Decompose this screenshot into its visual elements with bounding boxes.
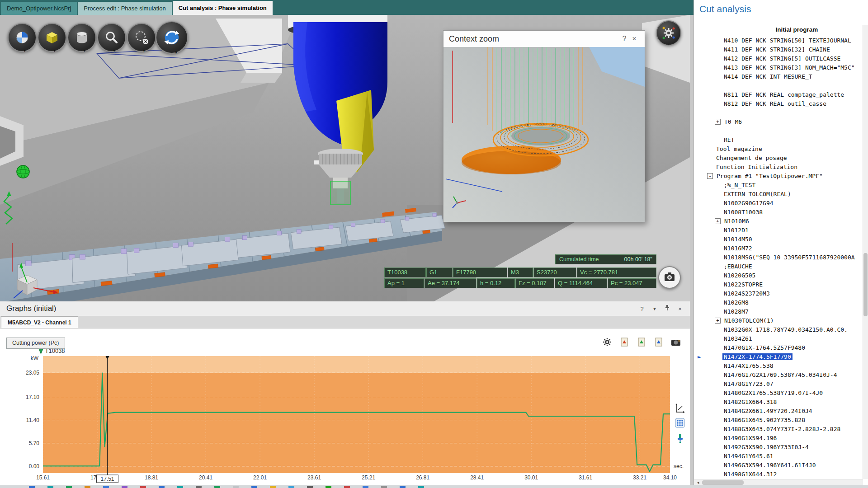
taskbar-icon-22[interactable] [418, 486, 424, 488]
program-line[interactable]: N1026M8 [694, 298, 863, 307]
program-line[interactable]: ;%_N_TEST [694, 181, 863, 190]
program-line[interactable]: N1494G1Y645.61 [694, 452, 863, 461]
program-line[interactable]: N1490G1X594.196 [694, 434, 863, 443]
program-line[interactable]: N1496G3X594.196Y641.61I4J0 [694, 461, 863, 470]
pin-icon[interactable] [664, 305, 671, 314]
program-line[interactable]: Function Initialization [694, 163, 863, 172]
taskbar-icon-3[interactable] [66, 486, 72, 488]
vertical-scrollbar[interactable] [863, 25, 868, 479]
program-line[interactable]: N1492G3X590.196Y733I0J-4 [694, 443, 863, 452]
chart-settings-button[interactable] [600, 336, 614, 348]
taskbar-icon-10[interactable] [196, 486, 202, 488]
program-line[interactable]: N1488G3X643.074Y737I-2.828J-2.828 [694, 425, 863, 434]
taskbar-icon-16[interactable] [307, 486, 313, 488]
taskbar-icon-17[interactable] [326, 486, 331, 488]
program-line[interactable]: N1002G90G17G94 [694, 199, 863, 208]
stock-cube-button[interactable]: ▾ [38, 23, 66, 52]
expand-icon[interactable]: + [715, 318, 721, 324]
program-line[interactable]: +N1010M6 [694, 217, 863, 226]
taskbar-icon-15[interactable] [288, 486, 294, 488]
dropdown-arrow-icon[interactable]: ▾ [175, 50, 177, 55]
program-line[interactable]: N1012D1 [694, 226, 863, 235]
zoom-button[interactable]: ▾ [97, 23, 126, 52]
program-line[interactable]: Changement de posage [694, 154, 863, 163]
tab-cut-analysis[interactable]: Cut analysis : Phase simulation [173, 1, 273, 15]
export-graph-button-1[interactable] [618, 336, 631, 348]
export-graph-button-2[interactable] [635, 336, 648, 348]
scroll-left-icon[interactable]: ◂ [695, 479, 701, 485]
capture-button[interactable] [658, 266, 681, 289]
scrollbar-thumb[interactable] [863, 253, 868, 316]
program-line[interactable]: N811 DEF NCK REAL comptage_palette [694, 90, 863, 99]
taskbar-icon-6[interactable] [122, 486, 127, 488]
program-line[interactable]: N1482G1X664.318 [694, 398, 863, 407]
probe-tool-button[interactable] [674, 432, 686, 445]
program-line[interactable]: N1476G17G2X1769.538Y745.034I0J-4 [694, 371, 863, 380]
program-line[interactable]: +N1030TOLCOM(1) [694, 316, 863, 325]
program-line[interactable]: -Program #1 "TestOptipower.MPF" [694, 172, 863, 181]
power-graph-plot[interactable] [43, 356, 670, 473]
dropdown-arrow-icon[interactable]: ▾ [143, 48, 145, 53]
panel-splitter[interactable] [690, 15, 693, 485]
program-line[interactable]: N1034Z61 [694, 334, 863, 343]
program-line[interactable]: N1498G1X644.312 [694, 470, 863, 479]
program-line[interactable]: N1478G1Y723.07 [694, 380, 863, 389]
program-line[interactable]: N411 DEF NCK STRING[32] CHAINE [694, 45, 863, 54]
program-line[interactable]: N812 DEF NCK REAL outil_casse [694, 99, 863, 108]
program-line[interactable]: N1020G505 [694, 271, 863, 280]
zoom-region-button[interactable]: ▾ [127, 23, 156, 52]
program-line[interactable]: N414 DEF NCK INT MESURE_T [694, 72, 863, 81]
program-line[interactable]: N1014M50 [694, 235, 863, 244]
taskbar-icon-7[interactable] [140, 486, 146, 488]
taskbar-icon-8[interactable] [159, 486, 165, 488]
context-zoom-view[interactable] [443, 47, 645, 222]
scrollbar-thumb[interactable] [702, 480, 744, 485]
dropdown-arrow-icon[interactable]: ▾ [53, 48, 56, 53]
series-chip-cutting-power[interactable]: Cutting power (Pc) [6, 338, 65, 349]
close-icon[interactable]: × [676, 305, 684, 314]
program-line[interactable]: N1474X1765.538 [694, 361, 863, 371]
snapshot-button[interactable] [669, 336, 683, 348]
program-line[interactable]: N1028M7 [694, 307, 863, 316]
program-line[interactable] [694, 81, 863, 90]
display-settings-button[interactable] [656, 20, 681, 46]
context-zoom-window[interactable]: Context zoom ? × [443, 30, 645, 222]
program-line[interactable]: N1018MSG("SEQ 10 33950F5711687920000A [694, 253, 863, 262]
taskbar-icon-12[interactable] [233, 486, 239, 488]
program-line[interactable]: N1470G1X-1764.5Z57F9480 [694, 343, 863, 352]
program-line[interactable]: ►N1472X-1774.5F17790 [694, 352, 863, 361]
program-line[interactable] [694, 108, 863, 117]
program-line[interactable]: N1032G0X-1718.78Y749.034Z150.A0.C0. [694, 325, 863, 334]
context-zoom-titlebar[interactable]: Context zoom ? × [443, 31, 645, 47]
program-line[interactable]: N1480G2X1765.538Y719.07I-4J0 [694, 389, 863, 398]
datum-sphere-icon[interactable] [17, 165, 29, 178]
channel-tab[interactable]: M5ABCD_V2 - Channel 1 [1, 316, 78, 328]
dropdown-arrow-icon[interactable]: ▾ [113, 48, 115, 53]
taskbar-icon-4[interactable] [85, 486, 90, 488]
collapse-icon[interactable]: ▼ [651, 305, 658, 314]
program-line[interactable]: N1484G2X661.49Y720.24I0J4 [694, 407, 863, 416]
expand-icon[interactable]: + [715, 119, 721, 125]
program-line[interactable]: N412 DEF NCK STRING[5] OUTILCASSE [694, 54, 863, 63]
expand-icon[interactable]: + [715, 218, 721, 224]
scale-axes-button[interactable] [674, 402, 686, 415]
taskbar-icon-11[interactable] [214, 486, 220, 488]
taskbar-icon-18[interactable] [344, 486, 350, 488]
program-line[interactable] [694, 127, 863, 136]
simulation-viewport[interactable]: ▾ ▾ ▾ ▾ ▾ ▾ [0, 15, 690, 301]
export-graph-button-3[interactable] [652, 336, 665, 348]
horizontal-scrollbar[interactable]: ◂ [694, 479, 863, 485]
taskbar-icon-2[interactable] [47, 486, 53, 488]
stock-cylinder-button[interactable]: ▾ [67, 23, 96, 52]
dropdown-arrow-icon[interactable]: ▾ [83, 48, 85, 53]
program-line[interactable]: +T0 M6 [694, 117, 863, 127]
program-tree[interactable]: N410 DEF NCK STRING[50] TEXTEJOURNALN411… [694, 36, 863, 479]
taskbar-icon-14[interactable] [270, 486, 276, 488]
taskbar-icon-5[interactable] [103, 486, 109, 488]
program-line[interactable]: N1024S23720M3 [694, 289, 863, 298]
program-line[interactable]: Tool magazine [694, 145, 863, 154]
rotate-view-button[interactable]: ▾ [156, 21, 188, 54]
taskbar-icon-20[interactable] [381, 486, 387, 488]
os-taskbar[interactable] [0, 485, 868, 488]
program-line[interactable]: ;EBAUCHE [694, 262, 863, 271]
